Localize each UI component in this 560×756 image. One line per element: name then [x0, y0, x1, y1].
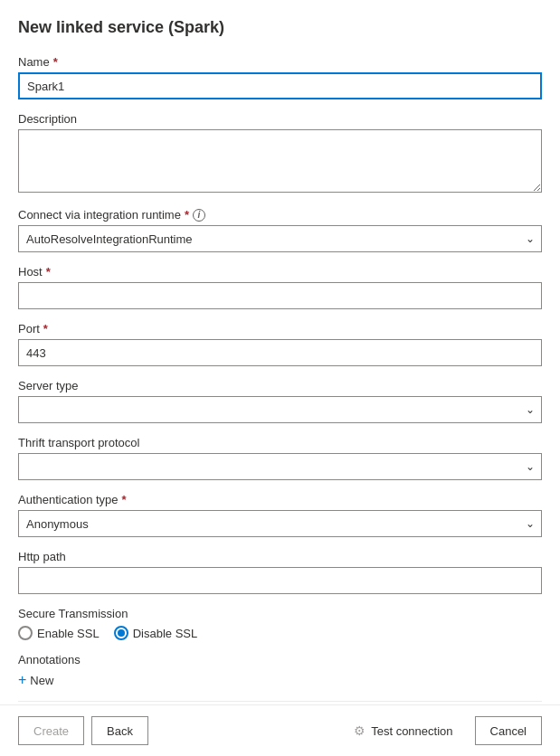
thrift-transport-field-group: Thrift transport protocol ⌄ — [18, 436, 542, 480]
test-connection-icon: ⚙ — [354, 723, 365, 738]
description-label: Description — [18, 112, 542, 126]
http-path-label: Http path — [18, 550, 542, 563]
host-field-group: Host * — [18, 265, 542, 309]
integration-runtime-select[interactable]: AutoResolveIntegrationRuntime — [18, 225, 542, 252]
footer-left: Create Back — [18, 716, 148, 745]
ssl-radio-group: Enable SSL Disable SSL — [18, 626, 542, 640]
description-field-group: Description — [18, 112, 542, 195]
divider — [18, 701, 542, 702]
port-field-group: Port * — [18, 322, 542, 366]
thrift-transport-select[interactable] — [18, 453, 542, 480]
port-required-star: * — [43, 322, 48, 335]
server-type-label: Server type — [18, 379, 542, 392]
disable-ssl-radio-circle — [114, 626, 128, 640]
integration-runtime-required-star: * — [185, 208, 189, 222]
thrift-transport-dropdown-wrapper: ⌄ — [18, 453, 542, 480]
enable-ssl-radio-circle — [18, 626, 33, 640]
auth-type-field-group: Authentication type * Anonymous ⌄ — [18, 493, 542, 537]
host-label: Host * — [18, 265, 542, 279]
name-input[interactable] — [18, 72, 542, 99]
thrift-transport-label: Thrift transport protocol — [18, 436, 542, 449]
server-type-field-group: Server type ⌄ — [18, 379, 542, 423]
back-button[interactable]: Back — [91, 716, 148, 745]
footer: Create Back ⚙ Test connection Cancel — [0, 704, 560, 756]
integration-runtime-label: Connect via integration runtime * i — [18, 208, 542, 222]
auth-type-dropdown-wrapper: Anonymous ⌄ — [18, 510, 542, 537]
http-path-field-group: Http path — [18, 550, 542, 594]
enable-ssl-label: Enable SSL — [37, 627, 100, 640]
secure-transmission-label: Secure Transmission — [18, 607, 542, 620]
page-title: New linked service (Spark) — [18, 18, 542, 37]
disable-ssl-radio-dot — [118, 629, 125, 637]
auth-type-select[interactable]: Anonymous — [18, 510, 542, 537]
integration-runtime-field-group: Connect via integration runtime * i Auto… — [18, 208, 542, 252]
create-button[interactable]: Create — [18, 716, 84, 745]
disable-ssl-label: Disable SSL — [133, 627, 198, 640]
integration-runtime-info-icon[interactable]: i — [193, 209, 205, 222]
plus-icon: + — [18, 672, 26, 688]
auth-type-required-star: * — [122, 493, 127, 506]
annotations-field-group: Annotations + New — [18, 653, 542, 688]
name-label: Name * — [18, 55, 542, 69]
description-input[interactable] — [18, 129, 542, 193]
test-connection-label: Test connection — [371, 724, 452, 738]
enable-ssl-radio-option[interactable]: Enable SSL — [18, 626, 100, 640]
test-connection-button[interactable]: ⚙ Test connection — [339, 716, 467, 745]
secure-transmission-field-group: Secure Transmission Enable SSL Disable S… — [18, 607, 542, 640]
annotations-label: Annotations — [18, 653, 542, 666]
port-label: Port * — [18, 322, 542, 335]
server-type-select[interactable] — [18, 396, 542, 423]
footer-right: ⚙ Test connection Cancel — [339, 716, 542, 745]
host-input[interactable] — [18, 282, 542, 309]
integration-runtime-dropdown-wrapper: AutoResolveIntegrationRuntime ⌄ — [18, 225, 542, 252]
host-required-star: * — [46, 265, 51, 279]
auth-type-label: Authentication type * — [18, 493, 542, 506]
port-input[interactable] — [18, 339, 542, 366]
http-path-input[interactable] — [18, 567, 542, 594]
server-type-dropdown-wrapper: ⌄ — [18, 396, 542, 423]
name-required-star: * — [53, 55, 58, 69]
cancel-button[interactable]: Cancel — [475, 716, 542, 745]
add-annotation-button[interactable]: + New — [18, 672, 53, 688]
name-field-group: Name * — [18, 55, 542, 99]
disable-ssl-radio-option[interactable]: Disable SSL — [114, 626, 198, 640]
add-annotation-label: New — [30, 674, 53, 687]
